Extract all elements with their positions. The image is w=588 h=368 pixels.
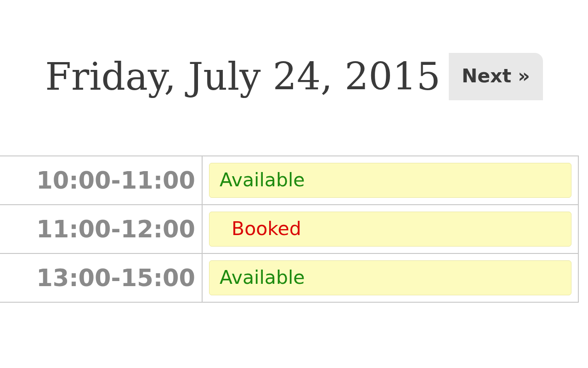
status-text: Available [220,169,305,191]
status-cell: Available [202,253,578,302]
table-row: 11:00-12:00 Booked [0,205,578,253]
table-row: 10:00-11:00 Available [0,156,578,205]
table-row: 13:00-15:00 Available [0,253,578,302]
slot-available[interactable]: Available [209,260,571,295]
slot-booked[interactable]: Booked [209,212,571,247]
time-range: 11:00-12:00 [0,205,202,253]
time-range: 13:00-15:00 [0,253,202,302]
header: Friday, July 24, 2015 Next » [0,0,588,155]
date-title: Friday, July 24, 2015 [45,55,441,98]
status-cell: Available [202,156,578,205]
status-text: Available [220,266,305,288]
next-button[interactable]: Next » [449,53,543,100]
slot-available[interactable]: Available [209,163,571,198]
time-range: 10:00-11:00 [0,156,202,205]
status-cell: Booked [202,205,578,253]
schedule-table: 10:00-11:00 Available 11:00-12:00 Booked… [0,155,579,303]
status-text: Booked [232,218,301,240]
